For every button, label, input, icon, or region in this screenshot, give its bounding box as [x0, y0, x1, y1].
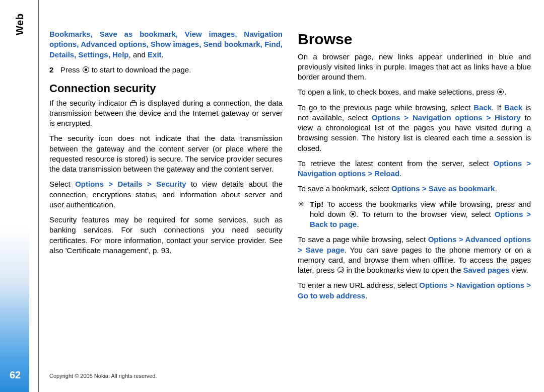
scroll-key-icon — [497, 89, 504, 95]
browse-para-3: To go to the previous page while browsin… — [298, 103, 531, 153]
page-content: Bookmarks, Save as bookmark, View images… — [49, 29, 531, 363]
scroll-key-icon — [350, 211, 356, 217]
heading-connection-security: Connection security — [49, 81, 283, 96]
menu-options: Bookmarks, Save as bookmark, View images… — [49, 30, 283, 59]
conn-para-1: If the security indicator is displayed d… — [49, 98, 283, 129]
lock-icon — [130, 100, 137, 106]
menu-path: Options > Navigation options > History — [372, 113, 521, 122]
tip-icon: ✳ — [298, 199, 310, 230]
conn-para-2: The security icon does not indicate that… — [49, 133, 283, 174]
conn-para-4: Security features may be required for so… — [49, 215, 283, 256]
scroll-key-icon — [83, 66, 89, 73]
copyright-footer: Copyright © 2005 Nokia. All rights reser… — [49, 373, 157, 379]
tip-block: ✳ Tip! To access the bookmarks view whil… — [298, 199, 531, 230]
conn-para-3: Select Options > Details > Security to v… — [49, 179, 283, 210]
browse-para-6: To save a page while browsing, select Op… — [298, 234, 531, 275]
menu-saved-pages: Saved pages — [463, 266, 510, 274]
browse-para-1: On a browser page, new links appear unde… — [298, 52, 531, 83]
step-text: Press to start to download the page. — [60, 65, 191, 75]
step-number: 2 — [49, 65, 60, 75]
menu-options-list: Bookmarks, Save as bookmark, View images… — [49, 29, 283, 60]
menu-path: Options > Details > Security — [75, 180, 186, 188]
browse-para-7: To enter a new URL address, select Optio… — [298, 280, 531, 301]
menu-back: Back — [473, 103, 492, 112]
heading-browse: Browse — [298, 29, 531, 50]
browse-para-4: To retrieve the latest content from the … — [298, 159, 531, 179]
tip-label: Tip! — [310, 200, 323, 208]
right-arrow-key-icon — [337, 267, 344, 273]
svg-rect-0 — [130, 102, 137, 106]
browse-para-5: To save a bookmark, select Options > Sav… — [298, 184, 531, 194]
tip-text: Tip! To access the bookmarks view while … — [310, 199, 531, 230]
menu-back: Back — [504, 103, 522, 112]
text: , and — [129, 50, 148, 59]
side-label: Web — [14, 14, 26, 35]
step-2: 2 Press to start to download the page. — [49, 65, 283, 75]
menu-path: Options > Save as bookmark — [391, 184, 495, 193]
menu-exit: Exit — [148, 50, 162, 59]
side-rule — [38, 0, 39, 392]
page-number: 62 — [10, 369, 21, 381]
browse-para-2: To open a link, to check boxes, and make… — [298, 87, 531, 97]
side-gradient — [0, 0, 29, 392]
